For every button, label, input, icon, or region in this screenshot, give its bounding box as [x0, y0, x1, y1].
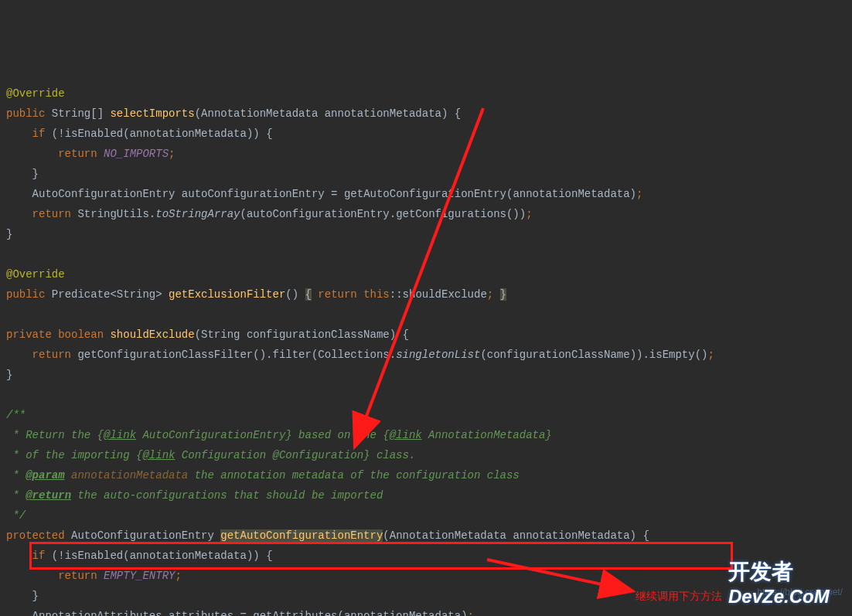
logo-overlay: 开发者 DevZe.CoM — [728, 562, 852, 616]
annotation-override: @Override — [6, 87, 65, 100]
code-editor-content: @Override public String[] selectImports(… — [6, 83, 846, 616]
annotation-text: 继续调用下方方法 — [636, 586, 722, 606]
highlighted-method[interactable]: getAutoConfigurationEntry — [220, 529, 383, 542]
